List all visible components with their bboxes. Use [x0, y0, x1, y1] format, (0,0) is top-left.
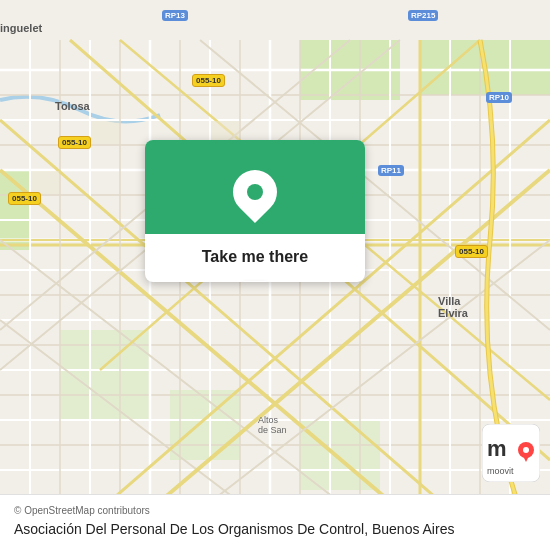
road-badge-rp215: RP215 [408, 10, 438, 21]
svg-rect-57 [91, 121, 119, 144]
road-badge-055-10-right: 055-10 [455, 245, 488, 258]
svg-text:m: m [487, 436, 507, 461]
map-container: inguelet Tolosa La Plata VillaElvira Alt… [0, 0, 550, 550]
location-pin-shape [224, 161, 286, 223]
road-badge-rp11: RP11 [378, 165, 404, 176]
map-label-altos: Altosde San [258, 415, 287, 435]
road-badge-rp13: RP13 [162, 10, 188, 21]
location-popup: Take me there [145, 140, 365, 282]
copyright-text: © OpenStreetMap contributors [14, 505, 536, 516]
popup-tail [243, 281, 267, 282]
popup-body[interactable]: Take me there [145, 234, 365, 282]
road-badge-rp10: RP10 [486, 92, 512, 103]
map-label-villaelvira: VillaElvira [438, 295, 468, 319]
info-panel: © OpenStreetMap contributors Asociación … [0, 494, 550, 550]
location-pin-dot [247, 184, 263, 200]
moovit-logo: m moovit [482, 424, 540, 482]
map-label-inguelet: inguelet [0, 22, 42, 34]
road-badge-055-10-left2: 055-10 [8, 192, 41, 205]
take-me-there-button[interactable]: Take me there [202, 248, 308, 266]
svg-rect-56 [31, 171, 59, 194]
popup-header [145, 140, 365, 234]
svg-point-65 [523, 447, 529, 453]
location-title: Asociación Del Personal De Los Organismo… [14, 520, 536, 538]
road-badge-055-10-top: 055-10 [192, 74, 225, 87]
map-label-tolosa: Tolosa [55, 100, 90, 112]
road-badge-055-10-left1: 055-10 [58, 136, 91, 149]
svg-text:moovit: moovit [487, 466, 514, 476]
